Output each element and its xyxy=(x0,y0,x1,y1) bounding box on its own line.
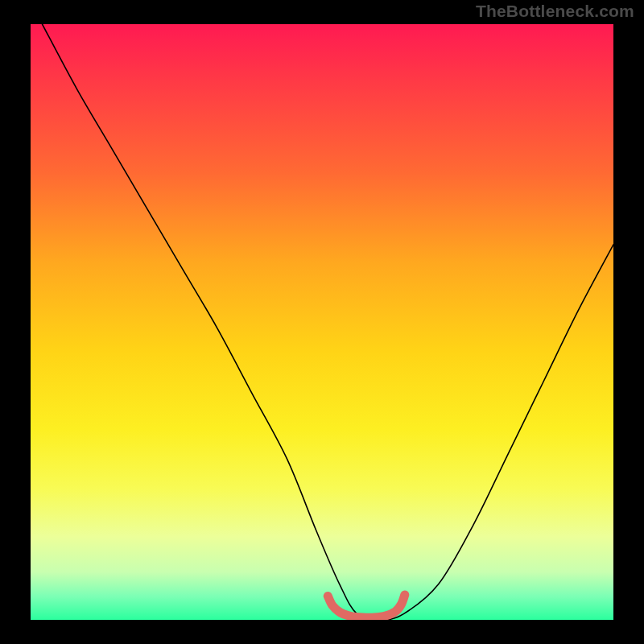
watermark-text: TheBottleneck.com xyxy=(476,2,634,21)
chart-svg xyxy=(31,24,613,620)
optimal-zone-highlight xyxy=(328,595,405,617)
chart-frame: TheBottleneck.com xyxy=(0,0,644,644)
plot-area xyxy=(31,24,613,620)
bottleneck-curve xyxy=(42,24,613,620)
